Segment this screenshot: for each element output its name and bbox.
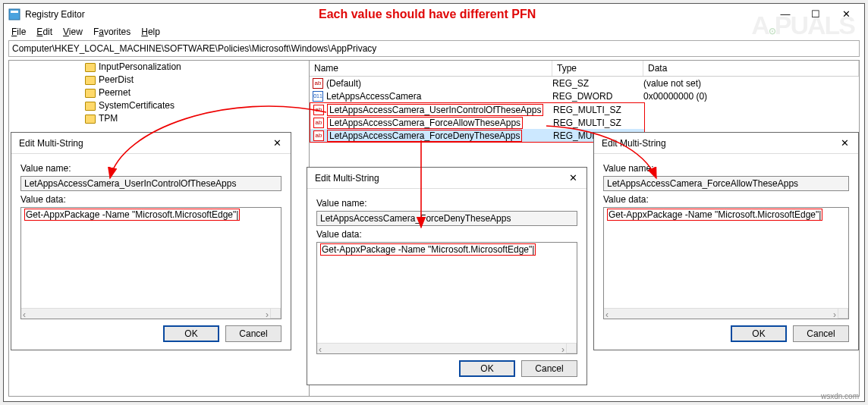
value-data-label: Value data: bbox=[603, 194, 849, 205]
cancel-button[interactable]: Cancel bbox=[225, 325, 281, 342]
tree-item[interactable]: PeerDist bbox=[85, 74, 309, 86]
source-url: wsxdn.com bbox=[821, 392, 859, 400]
list-row[interactable]: abLetAppsAccessCamera_UserInControlOfThe… bbox=[310, 103, 644, 116]
value-name-field[interactable]: LetAppsAccessCamera_UserInControlOfThese… bbox=[20, 176, 281, 191]
col-header-data[interactable]: Data bbox=[643, 61, 859, 76]
menu-view[interactable]: View bbox=[63, 27, 83, 37]
dialog-close-button[interactable]: ✕ bbox=[562, 169, 583, 187]
ok-button[interactable]: OK bbox=[163, 325, 219, 342]
string-icon: ab bbox=[313, 130, 324, 141]
edit-multistring-dialog-2: Edit Multi-String ✕ Value name: LetAppsA… bbox=[307, 167, 587, 385]
binary-icon: 011 bbox=[313, 91, 323, 102]
scrollbar-horizontal[interactable]: ‹› bbox=[317, 343, 566, 353]
folder-icon bbox=[85, 76, 96, 85]
tree-item[interactable]: InputPersonalization bbox=[85, 61, 309, 74]
list-row[interactable]: abLetAppsAccessCamera_ForceAllowTheseApp… bbox=[310, 116, 644, 129]
scrollbar-corner bbox=[838, 308, 848, 319]
dialog-title: Edit Multi-String bbox=[14, 138, 266, 149]
tree-item[interactable]: TPM bbox=[85, 112, 309, 125]
ok-button[interactable]: OK bbox=[731, 325, 787, 342]
menu-favorites[interactable]: Favorites bbox=[93, 27, 131, 37]
folder-icon bbox=[85, 102, 96, 111]
value-data-textarea[interactable]: Get-AppxPackage -Name "Microsoft.Microso… bbox=[20, 207, 281, 319]
tree-item[interactable]: Peernet bbox=[85, 86, 309, 99]
menu-file[interactable]: File bbox=[11, 27, 26, 37]
scrollbar-horizontal[interactable]: ‹› bbox=[21, 308, 270, 319]
list-row[interactable]: 011LetAppsAccessCamera REG_DWORD 0x00000… bbox=[310, 89, 859, 102]
dialog-titlebar[interactable]: Edit Multi-String ✕ bbox=[594, 133, 858, 154]
ok-button[interactable]: OK bbox=[459, 360, 515, 377]
col-header-type[interactable]: Type bbox=[552, 61, 643, 76]
dialog-title: Edit Multi-String bbox=[597, 138, 834, 149]
folder-icon bbox=[85, 89, 96, 98]
value-name-field[interactable]: LetAppsAccessCamera_ForceAllowTheseApps bbox=[603, 176, 849, 191]
value-data-label: Value data: bbox=[316, 229, 577, 240]
dialog-close-button[interactable]: ✕ bbox=[834, 134, 855, 152]
menu-edit[interactable]: Edit bbox=[36, 27, 52, 37]
col-header-name[interactable]: Name bbox=[310, 61, 552, 76]
folder-icon bbox=[85, 63, 96, 72]
dialog-titlebar[interactable]: Edit Multi-String ✕ bbox=[11, 133, 291, 154]
list-row[interactable]: ab(Default) REG_SZ (value not set) bbox=[310, 77, 859, 89]
scrollbar-corner bbox=[270, 308, 281, 319]
edit-multistring-dialog-1: Edit Multi-String ✕ Value name: LetAppsA… bbox=[11, 132, 291, 350]
value-name-label: Value name: bbox=[603, 163, 849, 174]
menubar: File Edit View Favorites Help bbox=[4, 25, 864, 40]
tree-item[interactable]: SystemCertificates bbox=[85, 99, 309, 112]
dialog-close-button[interactable]: ✕ bbox=[266, 134, 288, 152]
value-data-label: Value data: bbox=[20, 194, 281, 205]
value-data-textarea[interactable]: Get-AppxPackage -Name "Microsoft.Microso… bbox=[316, 242, 577, 354]
value-data-textarea[interactable]: Get-AppxPackage -Name "Microsoft.Microso… bbox=[603, 207, 849, 319]
list-header[interactable]: Name Type Data bbox=[310, 61, 859, 77]
folder-icon bbox=[85, 115, 96, 124]
value-name-label: Value name: bbox=[20, 163, 281, 174]
string-icon: ab bbox=[313, 105, 324, 115]
cancel-button[interactable]: Cancel bbox=[521, 360, 577, 377]
address-bar[interactable]: Computer\HKEY_LOCAL_MACHINE\SOFTWARE\Pol… bbox=[8, 40, 860, 57]
dialog-title: Edit Multi-String bbox=[310, 173, 562, 184]
value-name-label: Value name: bbox=[316, 198, 577, 209]
app-icon bbox=[8, 8, 20, 20]
cancel-button[interactable]: Cancel bbox=[793, 325, 849, 342]
menu-help[interactable]: Help bbox=[141, 27, 160, 37]
watermark-logo: A⊙PUALS bbox=[751, 11, 854, 40]
scrollbar-corner bbox=[566, 343, 577, 353]
scrollbar-horizontal[interactable]: ‹› bbox=[604, 308, 838, 319]
annotation-text: Each value should have different PFN bbox=[319, 8, 536, 21]
svg-rect-1 bbox=[11, 11, 18, 13]
edit-multistring-dialog-3: Edit Multi-String ✕ Value name: LetAppsA… bbox=[593, 132, 859, 350]
string-icon: ab bbox=[313, 78, 323, 89]
dialog-titlebar[interactable]: Edit Multi-String ✕ bbox=[307, 168, 587, 189]
string-icon: ab bbox=[313, 118, 324, 128]
value-name-field[interactable]: LetAppsAccessCamera_ForceDenyTheseApps bbox=[316, 211, 577, 226]
